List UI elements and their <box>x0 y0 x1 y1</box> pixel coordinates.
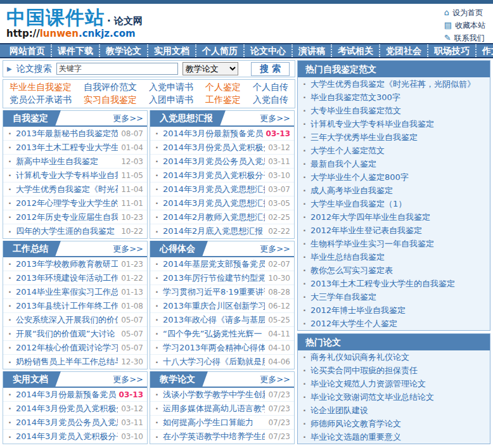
more-link[interactable]: 更多>> <box>113 113 147 124</box>
more-link[interactable]: 更多>> <box>113 243 147 255</box>
article-link[interactable]: 大学生个人鉴定范文 <box>311 145 385 157</box>
quick-link[interactable]: 自我评价范文 <box>84 82 137 93</box>
article-link[interactable]: 2013年县统计工作年终工作总 <box>16 300 118 312</box>
article-link[interactable]: 毕业生总结自我鉴定 <box>311 252 385 263</box>
article-link[interactable]: 最新自我个人鉴定 <box>311 158 376 170</box>
search-category-select[interactable]: 教学论文 <box>182 62 238 75</box>
bookmark-site-link[interactable]: ▤ 收藏本站 <box>444 20 485 31</box>
article-link[interactable]: 成人高考毕业自我鉴定 <box>311 185 393 196</box>
more-link[interactable]: 更多>> <box>113 374 147 385</box>
article-link[interactable]: 生物科学毕业生实习一年自我鉴定 <box>311 238 434 250</box>
article-link[interactable]: 十八大学习心得《后勤就是服 <box>163 356 265 368</box>
quick-link[interactable]: 入团申请书 <box>149 94 193 106</box>
nav-item[interactable]: 作文园地 <box>475 44 493 57</box>
article-link[interactable]: 大学生优秀自我鉴定《时光荏苒，光阴似箭》 <box>311 79 475 90</box>
article-link[interactable]: 学习贯彻习近平8·19重要讲话 <box>163 286 265 298</box>
nav-item[interactable]: 课件下载 <box>51 44 99 57</box>
article-link[interactable]: 运用多媒体提高幼儿语言教学 <box>163 403 265 414</box>
article-link[interactable]: 奶粉销售员上半年工作总结与 <box>16 356 118 368</box>
article-link[interactable]: 开展“我们的价值观”大讨论 <box>16 328 118 340</box>
article-link[interactable]: 2012年历史专业应届生自我鉴 <box>16 212 118 223</box>
article-link[interactable]: 毕业自我鉴定范文300字 <box>311 92 400 103</box>
article-link[interactable]: 大学生优秀自我鉴定《时光荏 <box>16 184 118 195</box>
article-link[interactable]: 2014年3月党员入党思想汇报《 <box>163 198 265 209</box>
article-link[interactable]: 大三学年自我鉴定 <box>311 291 376 303</box>
article-link[interactable]: 2013年土木工程专业大学生的 <box>16 142 118 153</box>
article-link[interactable]: 大学生毕业自我鉴定（1） <box>311 198 406 210</box>
article-link[interactable]: 如何提高小学生口算能力 <box>163 417 265 428</box>
quick-link[interactable]: 党员公开承诺书 <box>10 94 72 106</box>
search-button[interactable]: 搜 索 <box>251 62 290 76</box>
nav-item[interactable]: 网站首页 <box>4 44 51 57</box>
quick-link[interactable]: 个人鉴定 <box>205 82 241 93</box>
article-link[interactable]: 2012年大学四年毕业生自我鉴定 <box>311 212 430 223</box>
more-link[interactable]: 更多>> <box>260 243 294 255</box>
contact-us-link[interactable]: ✎ 联系我们 <box>444 33 485 44</box>
article-link[interactable]: 2014年基层党支部预备党员学 <box>163 259 265 270</box>
article-link[interactable]: 2014年3月份党员入党积极分子 <box>163 142 265 153</box>
article-link[interactable]: 计算机专业大学专科毕业自我鉴定 <box>311 118 434 130</box>
article-link[interactable]: 2014年3月党员公务员入党思想 <box>16 417 118 428</box>
nav-item[interactable]: 实用文档 <box>147 44 195 57</box>
article-link[interactable]: 毕业论文致谢词范文毕业总结论文 <box>311 392 434 403</box>
article-link[interactable]: 2013年重庆合川区创新学习形 <box>163 300 265 312</box>
article-link[interactable]: 2013年厉行节俭建节约型党政 <box>163 272 265 284</box>
article-link[interactable]: 四年的大学生涯的自我鉴定 <box>16 226 118 237</box>
article-link[interactable]: 三年大学优秀毕生业自我鉴定 <box>311 132 418 143</box>
nav-item[interactable]: 个人简历 <box>195 44 243 57</box>
article-link[interactable]: 2014年3月党员公务员入党思想 <box>163 156 265 167</box>
article-link[interactable]: 2013年学校教师教育教研工作 <box>16 259 118 270</box>
article-link[interactable]: 2013年土木工程专业大学生的自我鉴定 <box>311 278 455 290</box>
article-link[interactable]: 2014年2月教师入党思想汇报《 <box>163 212 265 223</box>
nav-item[interactable]: 党团社会 <box>379 44 427 57</box>
nav-item[interactable]: 论文中心 <box>243 44 291 57</box>
article-link[interactable]: 2012年心理学专业大学生的自 <box>16 198 118 209</box>
quick-link[interactable]: 个人自传 <box>253 82 288 93</box>
more-link[interactable]: 更多>> <box>260 113 294 124</box>
quick-link[interactable]: 入党申请书 <box>149 82 193 93</box>
article-link[interactable]: 论企业团队建设 <box>311 405 368 416</box>
quick-link[interactable]: 工作鉴定 <box>205 94 241 106</box>
article-link[interactable]: “四个争先”弘扬党性光辉一 <box>163 328 265 340</box>
article-link[interactable]: 2013年环境建设年活动工作总 <box>16 272 118 284</box>
article-link[interactable]: 2012年博士毕业自我鉴定 <box>311 305 406 316</box>
article-link[interactable]: 2014年2月底入党思想汇报《从 <box>163 226 265 237</box>
article-link[interactable]: 2012年核心价值观讨论学习教 <box>16 342 118 354</box>
article-link[interactable]: 2014毕业生寒假实习工作总结 <box>16 286 118 298</box>
nav-item[interactable]: 教学论文 <box>99 44 147 57</box>
set-homepage-link[interactable]: ⌂ 设为首页 <box>444 8 485 18</box>
article-link[interactable]: 2014年3月份最新预备党员思想 <box>163 128 263 139</box>
article-link[interactable]: 大学毕业生个人鉴定800字 <box>311 172 409 183</box>
nav-item[interactable]: 职场技巧 <box>427 44 475 57</box>
article-link[interactable]: 计算机专业大学专科毕业自我 <box>16 170 118 181</box>
bullet-icon: · <box>303 406 306 415</box>
article-link[interactable]: 在小学英语教学中培养学生的 <box>163 431 265 442</box>
article-link[interactable]: 2013年政心得《请多与基层干 <box>163 314 265 326</box>
nav-item[interactable]: 演讲稿 <box>291 44 331 57</box>
article-link[interactable]: 公安系统深入开展我们的价值 <box>16 314 118 326</box>
article-link[interactable]: 学习2013年两会精神心得体会 <box>163 342 265 354</box>
more-link[interactable]: 更多>> <box>260 374 294 385</box>
quick-link[interactable]: 实习自我鉴定 <box>84 94 137 106</box>
article-link[interactable]: 论买卖合同中瑕疵的担保责任 <box>311 365 418 376</box>
article-link[interactable]: 浅谈小学数学教学中学生创新 <box>163 389 265 400</box>
quick-link[interactable]: 毕业生自我鉴定 <box>10 82 72 93</box>
article-link[interactable]: 2014年3月党员入党思想汇报《 <box>163 184 265 195</box>
article-link[interactable]: 师德师风论文教育学论文 <box>311 418 401 430</box>
article-link[interactable]: 2014年3月党员入党积极分子思 <box>16 431 118 442</box>
nav-item[interactable]: 考试相关 <box>331 44 379 57</box>
article-link[interactable]: 毕业论文选题的重要意义 <box>311 432 401 443</box>
article-link[interactable]: 毕业论文规范人力资源管理论文 <box>311 378 426 390</box>
quick-link[interactable]: 入党自传 <box>253 94 288 106</box>
article-link[interactable]: 2012年毕业生登记表自我鉴定 <box>311 225 422 236</box>
article-link[interactable]: 大专毕业生自我鉴定范文 <box>311 105 401 117</box>
article-link[interactable]: 2013年最新秘书自我鉴定范文 <box>16 128 118 139</box>
article-link[interactable]: 2014年3月份党员入党积极分子 <box>16 403 118 414</box>
article-link[interactable]: 2012年大学生个人鉴定 <box>311 318 397 330</box>
article-link[interactable]: 2014年3月党员入党积极分子思 <box>163 170 265 181</box>
article-link[interactable]: 2014年3月份最新预备党员思想 <box>16 389 116 400</box>
article-link[interactable]: 商务礼仪知识商务礼仪论文 <box>311 352 409 363</box>
search-input[interactable] <box>56 63 178 75</box>
article-link[interactable]: 新高中毕业生自我鉴定 <box>16 156 118 167</box>
article-link[interactable]: 教你怎么写实习鉴定表 <box>311 265 393 276</box>
